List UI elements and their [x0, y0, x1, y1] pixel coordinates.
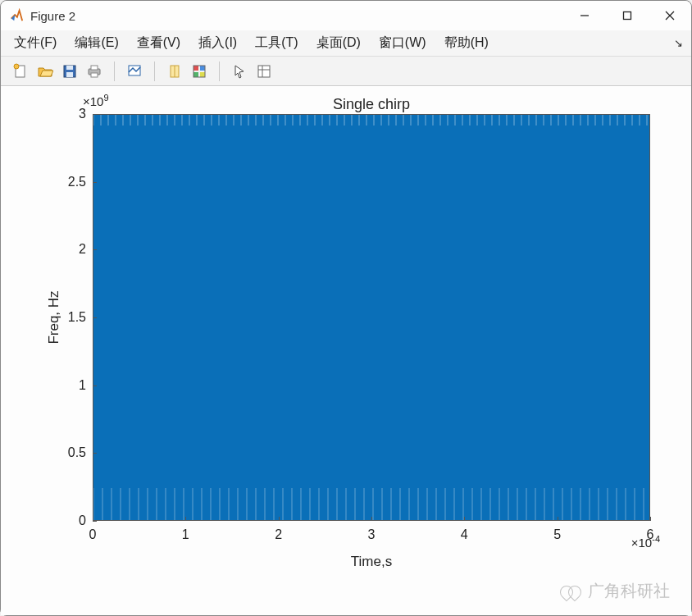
svg-rect-8: [66, 72, 73, 77]
toolbar-data-cursor-button[interactable]: [123, 61, 146, 82]
toolbar-property-inspector-button[interactable]: [253, 61, 275, 82]
x-axis-exponent: ×10-4: [631, 534, 660, 550]
menu-window[interactable]: 窗口(W): [371, 32, 435, 54]
window-minimize-button[interactable]: [563, 1, 606, 30]
toolbar-edit-plot-button[interactable]: [228, 61, 251, 82]
x-tick-label: 0: [89, 527, 97, 542]
y-tick-label: 0.5: [53, 445, 86, 460]
window-maximize-button[interactable]: [606, 1, 649, 30]
y-tick-label: 1.5: [53, 310, 86, 325]
svg-rect-7: [66, 66, 73, 70]
y-tick-label: 2: [53, 242, 86, 257]
svg-rect-10: [91, 66, 98, 70]
x-tick-label: 6: [647, 527, 654, 542]
menu-overflow-icon[interactable]: ↘: [674, 37, 683, 49]
toolbar-open-button[interactable]: [34, 61, 57, 82]
y-axis-exponent: ×109: [83, 93, 109, 108]
toolbar-print-button[interactable]: [83, 61, 106, 82]
y-tick-label: 2.5: [53, 175, 86, 189]
matlab-icon: [9, 8, 24, 23]
svg-rect-16: [200, 66, 205, 71]
menu-desktop[interactable]: 桌面(D): [308, 32, 369, 54]
toolbar-colorbar-button[interactable]: [188, 61, 211, 82]
x-tick-label: 2: [275, 527, 282, 542]
toolbar-save-button[interactable]: [58, 61, 81, 82]
toolbar-link-plot-button[interactable]: [163, 61, 186, 82]
svg-rect-20: [258, 66, 270, 77]
x-tick-label: 1: [182, 527, 189, 542]
x-axis-label: Time,s: [86, 554, 657, 570]
y-tick-label: 0: [53, 513, 86, 528]
svg-rect-15: [193, 66, 198, 71]
svg-rect-11: [91, 73, 98, 77]
svg-rect-17: [193, 72, 198, 77]
axes[interactable]: Single chirp ×109 ×10-4 Freq, Hz Time,s …: [86, 114, 657, 616]
menu-view[interactable]: 查看(V): [129, 32, 189, 54]
toolbar-new-figure-button[interactable]: [9, 61, 32, 82]
svg-point-5: [14, 64, 19, 69]
menu-help[interactable]: 帮助(H): [436, 32, 497, 54]
menu-edit[interactable]: 编辑(E): [66, 32, 126, 54]
figure-window: Figure 2 文件(F) 编辑(E) 查看(V) 插入(I) 工具(T) 桌…: [0, 0, 692, 616]
y-tick-label: 1: [53, 378, 86, 393]
menu-tools[interactable]: 工具(T): [247, 32, 306, 54]
chart-title: Single chirp: [86, 96, 657, 113]
title-bar: Figure 2: [1, 1, 691, 30]
menu-file[interactable]: 文件(F): [6, 32, 65, 54]
toolbar: [1, 57, 691, 86]
x-tick-label: 4: [461, 527, 468, 542]
window-close-button[interactable]: [649, 1, 691, 30]
svg-rect-1: [624, 12, 631, 20]
menu-insert[interactable]: 插入(I): [190, 32, 245, 54]
y-tick-label: 3: [53, 107, 86, 121]
x-tick-label: 5: [553, 527, 561, 542]
window-title: Figure 2: [30, 9, 75, 23]
menu-bar: 文件(F) 编辑(E) 查看(V) 插入(I) 工具(T) 桌面(D) 窗口(W…: [1, 30, 691, 57]
chart-data-region: [93, 114, 650, 521]
svg-rect-18: [200, 72, 205, 77]
x-tick-label: 3: [368, 527, 376, 542]
figure-canvas[interactable]: Single chirp ×109 ×10-4 Freq, Hz Time,s …: [1, 86, 691, 615]
